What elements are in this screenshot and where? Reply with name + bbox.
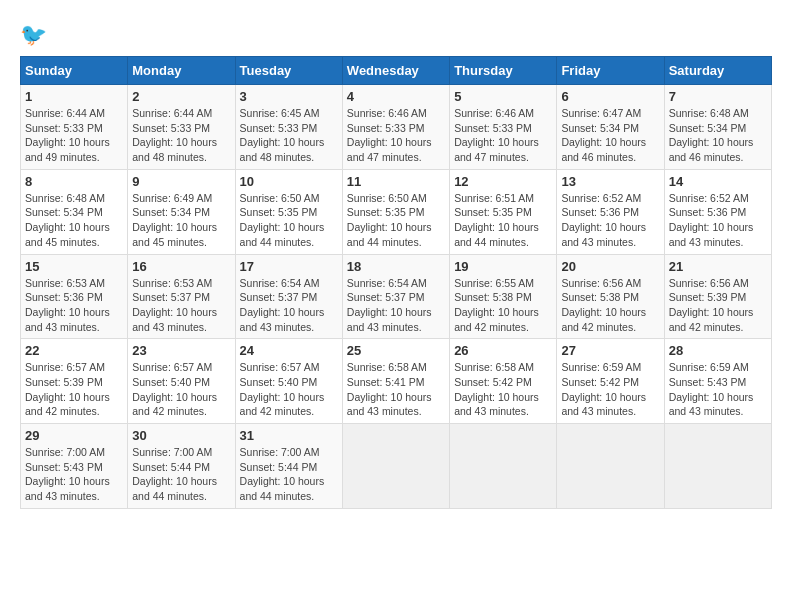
day-info: Sunrise: 6:54 AM Sunset: 5:37 PM Dayligh…	[240, 276, 338, 335]
day-info: Sunrise: 6:49 AM Sunset: 5:34 PM Dayligh…	[132, 191, 230, 250]
weekday-header-saturday: Saturday	[664, 57, 771, 85]
day-info: Sunrise: 6:57 AM Sunset: 5:40 PM Dayligh…	[240, 360, 338, 419]
day-info: Sunrise: 6:45 AM Sunset: 5:33 PM Dayligh…	[240, 106, 338, 165]
logo-icon: 🐦	[20, 20, 48, 48]
calendar-cell: 1Sunrise: 6:44 AM Sunset: 5:33 PM Daylig…	[21, 85, 128, 170]
calendar-week-5: 29Sunrise: 7:00 AM Sunset: 5:43 PM Dayli…	[21, 424, 772, 509]
day-number: 4	[347, 89, 445, 104]
day-number: 26	[454, 343, 552, 358]
day-number: 15	[25, 259, 123, 274]
day-info: Sunrise: 6:50 AM Sunset: 5:35 PM Dayligh…	[240, 191, 338, 250]
calendar-cell: 13Sunrise: 6:52 AM Sunset: 5:36 PM Dayli…	[557, 169, 664, 254]
day-info: Sunrise: 6:58 AM Sunset: 5:41 PM Dayligh…	[347, 360, 445, 419]
day-info: Sunrise: 6:51 AM Sunset: 5:35 PM Dayligh…	[454, 191, 552, 250]
day-info: Sunrise: 7:00 AM Sunset: 5:43 PM Dayligh…	[25, 445, 123, 504]
calendar-cell	[664, 424, 771, 509]
day-number: 3	[240, 89, 338, 104]
day-number: 9	[132, 174, 230, 189]
calendar-cell	[342, 424, 449, 509]
day-info: Sunrise: 6:47 AM Sunset: 5:34 PM Dayligh…	[561, 106, 659, 165]
day-number: 29	[25, 428, 123, 443]
calendar-cell: 27Sunrise: 6:59 AM Sunset: 5:42 PM Dayli…	[557, 339, 664, 424]
weekday-header-wednesday: Wednesday	[342, 57, 449, 85]
day-number: 19	[454, 259, 552, 274]
day-number: 12	[454, 174, 552, 189]
calendar-cell: 15Sunrise: 6:53 AM Sunset: 5:36 PM Dayli…	[21, 254, 128, 339]
day-info: Sunrise: 6:52 AM Sunset: 5:36 PM Dayligh…	[561, 191, 659, 250]
day-info: Sunrise: 7:00 AM Sunset: 5:44 PM Dayligh…	[132, 445, 230, 504]
day-info: Sunrise: 6:46 AM Sunset: 5:33 PM Dayligh…	[347, 106, 445, 165]
calendar-cell: 12Sunrise: 6:51 AM Sunset: 5:35 PM Dayli…	[450, 169, 557, 254]
calendar-cell: 30Sunrise: 7:00 AM Sunset: 5:44 PM Dayli…	[128, 424, 235, 509]
calendar-week-3: 15Sunrise: 6:53 AM Sunset: 5:36 PM Dayli…	[21, 254, 772, 339]
calendar-cell: 29Sunrise: 7:00 AM Sunset: 5:43 PM Dayli…	[21, 424, 128, 509]
calendar-cell: 8Sunrise: 6:48 AM Sunset: 5:34 PM Daylig…	[21, 169, 128, 254]
day-info: Sunrise: 6:57 AM Sunset: 5:39 PM Dayligh…	[25, 360, 123, 419]
day-number: 23	[132, 343, 230, 358]
weekday-header-sunday: Sunday	[21, 57, 128, 85]
calendar-week-2: 8Sunrise: 6:48 AM Sunset: 5:34 PM Daylig…	[21, 169, 772, 254]
day-number: 18	[347, 259, 445, 274]
calendar-week-1: 1Sunrise: 6:44 AM Sunset: 5:33 PM Daylig…	[21, 85, 772, 170]
day-info: Sunrise: 6:53 AM Sunset: 5:37 PM Dayligh…	[132, 276, 230, 335]
day-info: Sunrise: 6:59 AM Sunset: 5:43 PM Dayligh…	[669, 360, 767, 419]
day-number: 14	[669, 174, 767, 189]
day-number: 1	[25, 89, 123, 104]
day-info: Sunrise: 7:00 AM Sunset: 5:44 PM Dayligh…	[240, 445, 338, 504]
day-info: Sunrise: 6:44 AM Sunset: 5:33 PM Dayligh…	[25, 106, 123, 165]
calendar-cell	[557, 424, 664, 509]
calendar-week-4: 22Sunrise: 6:57 AM Sunset: 5:39 PM Dayli…	[21, 339, 772, 424]
day-info: Sunrise: 6:53 AM Sunset: 5:36 PM Dayligh…	[25, 276, 123, 335]
calendar-cell: 25Sunrise: 6:58 AM Sunset: 5:41 PM Dayli…	[342, 339, 449, 424]
day-info: Sunrise: 6:52 AM Sunset: 5:36 PM Dayligh…	[669, 191, 767, 250]
calendar-cell	[450, 424, 557, 509]
calendar-cell: 6Sunrise: 6:47 AM Sunset: 5:34 PM Daylig…	[557, 85, 664, 170]
day-number: 16	[132, 259, 230, 274]
day-number: 2	[132, 89, 230, 104]
day-info: Sunrise: 6:48 AM Sunset: 5:34 PM Dayligh…	[669, 106, 767, 165]
calendar-cell: 20Sunrise: 6:56 AM Sunset: 5:38 PM Dayli…	[557, 254, 664, 339]
weekday-header-friday: Friday	[557, 57, 664, 85]
svg-text:🐦: 🐦	[20, 21, 48, 48]
calendar-cell: 7Sunrise: 6:48 AM Sunset: 5:34 PM Daylig…	[664, 85, 771, 170]
day-number: 22	[25, 343, 123, 358]
calendar-cell: 31Sunrise: 7:00 AM Sunset: 5:44 PM Dayli…	[235, 424, 342, 509]
day-number: 31	[240, 428, 338, 443]
weekday-header-monday: Monday	[128, 57, 235, 85]
day-number: 13	[561, 174, 659, 189]
calendar-cell: 26Sunrise: 6:58 AM Sunset: 5:42 PM Dayli…	[450, 339, 557, 424]
day-info: Sunrise: 6:57 AM Sunset: 5:40 PM Dayligh…	[132, 360, 230, 419]
day-number: 6	[561, 89, 659, 104]
page-header: 🐦	[20, 20, 772, 48]
day-info: Sunrise: 6:44 AM Sunset: 5:33 PM Dayligh…	[132, 106, 230, 165]
day-info: Sunrise: 6:54 AM Sunset: 5:37 PM Dayligh…	[347, 276, 445, 335]
day-number: 11	[347, 174, 445, 189]
calendar-cell: 2Sunrise: 6:44 AM Sunset: 5:33 PM Daylig…	[128, 85, 235, 170]
day-info: Sunrise: 6:59 AM Sunset: 5:42 PM Dayligh…	[561, 360, 659, 419]
calendar-cell: 10Sunrise: 6:50 AM Sunset: 5:35 PM Dayli…	[235, 169, 342, 254]
day-number: 25	[347, 343, 445, 358]
day-number: 10	[240, 174, 338, 189]
calendar-cell: 16Sunrise: 6:53 AM Sunset: 5:37 PM Dayli…	[128, 254, 235, 339]
day-info: Sunrise: 6:58 AM Sunset: 5:42 PM Dayligh…	[454, 360, 552, 419]
calendar-cell: 14Sunrise: 6:52 AM Sunset: 5:36 PM Dayli…	[664, 169, 771, 254]
logo: 🐦	[20, 20, 52, 48]
calendar-cell: 24Sunrise: 6:57 AM Sunset: 5:40 PM Dayli…	[235, 339, 342, 424]
calendar-cell: 5Sunrise: 6:46 AM Sunset: 5:33 PM Daylig…	[450, 85, 557, 170]
calendar-cell: 19Sunrise: 6:55 AM Sunset: 5:38 PM Dayli…	[450, 254, 557, 339]
day-info: Sunrise: 6:56 AM Sunset: 5:39 PM Dayligh…	[669, 276, 767, 335]
calendar-cell: 11Sunrise: 6:50 AM Sunset: 5:35 PM Dayli…	[342, 169, 449, 254]
day-number: 28	[669, 343, 767, 358]
day-number: 7	[669, 89, 767, 104]
calendar-cell: 18Sunrise: 6:54 AM Sunset: 5:37 PM Dayli…	[342, 254, 449, 339]
calendar-cell: 9Sunrise: 6:49 AM Sunset: 5:34 PM Daylig…	[128, 169, 235, 254]
calendar-cell: 23Sunrise: 6:57 AM Sunset: 5:40 PM Dayli…	[128, 339, 235, 424]
weekday-header-thursday: Thursday	[450, 57, 557, 85]
day-number: 8	[25, 174, 123, 189]
calendar-cell: 4Sunrise: 6:46 AM Sunset: 5:33 PM Daylig…	[342, 85, 449, 170]
day-number: 20	[561, 259, 659, 274]
day-info: Sunrise: 6:56 AM Sunset: 5:38 PM Dayligh…	[561, 276, 659, 335]
day-info: Sunrise: 6:48 AM Sunset: 5:34 PM Dayligh…	[25, 191, 123, 250]
calendar-cell: 22Sunrise: 6:57 AM Sunset: 5:39 PM Dayli…	[21, 339, 128, 424]
calendar-table: SundayMondayTuesdayWednesdayThursdayFrid…	[20, 56, 772, 509]
